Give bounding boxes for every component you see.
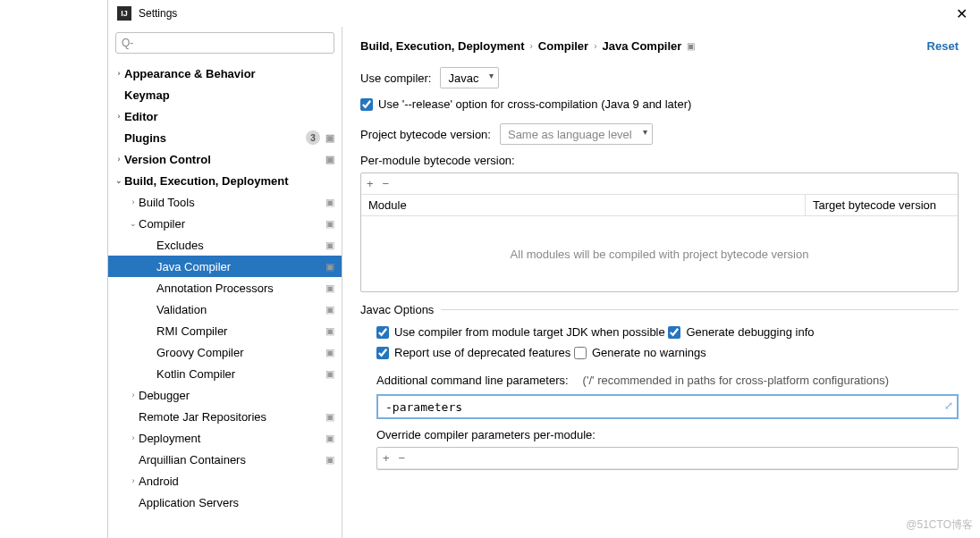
- tree-item-label: Version Control: [124, 153, 211, 166]
- tree-item[interactable]: Remote Jar Repositories▣: [108, 406, 342, 427]
- tree-item[interactable]: Annotation Processors▣: [108, 277, 342, 298]
- tree-item[interactable]: ›Debugger: [108, 384, 342, 406]
- tree-item-label: Keymap: [124, 88, 170, 102]
- release-option-checkbox[interactable]: [360, 98, 373, 111]
- tree-item[interactable]: ›Editor: [108, 105, 342, 127]
- add-icon[interactable]: +: [367, 177, 374, 190]
- chevron-icon: ⌄: [114, 176, 124, 185]
- project-icon: ▣: [325, 325, 334, 337]
- tree-item-label: Deployment: [139, 432, 200, 445]
- per-module-grid: + − Module Target bytecode version All m…: [360, 172, 959, 292]
- tree-item[interactable]: Arquillian Containers▣: [108, 449, 342, 470]
- expand-icon[interactable]: ⤢: [944, 399, 953, 412]
- breadcrumb-root[interactable]: Build, Execution, Deployment: [360, 39, 524, 53]
- settings-tree: ›Appearance & BehaviorKeymap›EditorPlugi…: [108, 59, 342, 538]
- tree-item-label: Application Servers: [139, 496, 239, 509]
- opt-debug-label: Generate debugging info: [686, 325, 814, 339]
- divider: [441, 309, 959, 310]
- tree-item[interactable]: Plugins3▣: [108, 127, 342, 148]
- project-icon: ▣: [325, 218, 334, 230]
- tree-item-label: Android: [139, 475, 179, 488]
- chevron-icon: ›: [128, 391, 139, 399]
- tree-item-label: RMI Compiler: [156, 324, 227, 338]
- project-icon: ▣: [325, 304, 334, 315]
- opt-module-jdk-label: Use compiler from module target JDK when…: [394, 325, 665, 339]
- params-label: Additional command line parameters:: [376, 374, 569, 387]
- reset-link[interactable]: Reset: [927, 39, 959, 53]
- project-icon: ▣: [325, 411, 334, 423]
- grid-empty-text: All modules will be compiled with projec…: [361, 216, 958, 291]
- breadcrumb: Build, Execution, Deployment › Compiler …: [360, 39, 959, 53]
- tree-item[interactable]: ›Deployment▣: [108, 427, 342, 449]
- tree-item-label: Arquillian Containers: [139, 453, 246, 467]
- titlebar: IJ Settings ✕: [108, 0, 980, 27]
- grid-col-target: Target bytecode version: [806, 195, 958, 215]
- use-compiler-label: Use compiler:: [360, 71, 431, 85]
- project-icon: ▣: [687, 41, 695, 51]
- opt-deprecated-checkbox[interactable]: [376, 347, 389, 359]
- app-icon: IJ: [117, 6, 131, 21]
- breadcrumb-leaf: Java Compiler: [603, 39, 682, 53]
- breadcrumb-mid[interactable]: Compiler: [538, 39, 588, 53]
- project-icon: ▣: [325, 197, 334, 208]
- opt-nowarn-checkbox[interactable]: [574, 347, 587, 359]
- tree-item-label: Build, Execution, Deployment: [124, 174, 288, 188]
- content-panel: Build, Execution, Deployment › Compiler …: [342, 27, 980, 538]
- project-icon: ▣: [325, 240, 334, 251]
- chevron-icon: ⌄: [128, 219, 139, 228]
- tree-item[interactable]: ›Build Tools▣: [108, 191, 342, 213]
- project-icon: ▣: [325, 433, 334, 444]
- tree-item[interactable]: Excludes▣: [108, 234, 342, 256]
- add-icon[interactable]: +: [383, 451, 390, 465]
- tree-item-label: Debugger: [139, 389, 190, 402]
- tree-item[interactable]: Validation▣: [108, 298, 342, 320]
- javac-options-label: Javac Options: [360, 303, 434, 316]
- opt-module-jdk-checkbox[interactable]: [376, 326, 389, 339]
- tree-item[interactable]: Groovy Compiler▣: [108, 341, 342, 363]
- remove-icon[interactable]: −: [399, 451, 406, 465]
- use-compiler-select[interactable]: Javac: [440, 67, 499, 88]
- tree-item-label: Compiler: [139, 217, 185, 231]
- tree-item[interactable]: Application Servers: [108, 492, 342, 513]
- tree-item[interactable]: Java Compiler▣: [108, 256, 342, 277]
- tree-item[interactable]: ›Version Control▣: [108, 148, 342, 170]
- tree-item[interactable]: RMI Compiler▣: [108, 320, 342, 341]
- release-option-label: Use '--release' option for cross-compila…: [378, 97, 691, 111]
- search-input[interactable]: [115, 32, 334, 54]
- tree-item[interactable]: ⌄Compiler▣: [108, 213, 342, 234]
- project-icon: ▣: [325, 154, 334, 165]
- per-module-label: Per-module bytecode version:: [360, 154, 959, 167]
- chevron-icon: ›: [128, 198, 139, 206]
- opt-nowarn-label: Generate no warnings: [592, 346, 706, 359]
- project-icon: ▣: [325, 347, 334, 358]
- tree-item-label: Kotlin Compiler: [156, 367, 235, 381]
- close-icon[interactable]: ✕: [952, 5, 971, 22]
- tree-item-label: Validation: [156, 303, 207, 316]
- params-input[interactable]: [376, 394, 959, 419]
- chevron-icon: ›: [114, 69, 124, 78]
- chevron-icon: ›: [114, 155, 124, 164]
- tree-item[interactable]: Kotlin Compiler▣: [108, 363, 342, 384]
- tree-item[interactable]: Keymap: [108, 84, 342, 105]
- params-hint: ('/' recommended in paths for cross-plat…: [583, 374, 889, 387]
- badge: 3: [306, 130, 320, 145]
- remove-icon[interactable]: −: [383, 177, 390, 190]
- project-bytecode-select[interactable]: Same as language level: [500, 123, 653, 145]
- opt-deprecated-label: Report use of deprecated features: [394, 346, 570, 359]
- tree-item-label: Plugins: [124, 131, 166, 145]
- window-title: Settings: [139, 7, 952, 20]
- project-icon: ▣: [325, 454, 334, 466]
- project-bytecode-label: Project bytecode version:: [360, 128, 491, 141]
- project-icon: ▣: [325, 368, 334, 380]
- sidebar: ›Appearance & BehaviorKeymap›EditorPlugi…: [108, 27, 342, 538]
- override-label: Override compiler parameters per-module:: [376, 428, 959, 441]
- chevron-right-icon: ›: [529, 41, 532, 51]
- chevron-icon: ›: [128, 433, 139, 442]
- tree-item-label: Groovy Compiler: [156, 346, 244, 359]
- tree-item-label: Java Compiler: [156, 260, 231, 273]
- chevron-right-icon: ›: [594, 41, 596, 51]
- tree-item[interactable]: ⌄Build, Execution, Deployment: [108, 170, 342, 191]
- tree-item[interactable]: ›Appearance & Behavior: [108, 63, 342, 84]
- opt-debug-checkbox[interactable]: [668, 326, 680, 339]
- tree-item[interactable]: ›Android: [108, 470, 342, 492]
